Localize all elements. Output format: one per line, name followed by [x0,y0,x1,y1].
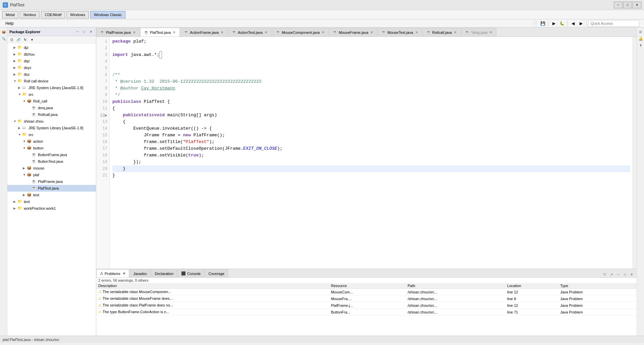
tree-item-dlzhou[interactable]: ▶ 📁 dlzhou [7,51,96,58]
bottom-panel-collapse[interactable]: ─ [615,271,621,277]
tab-icon-mousetest: ☕ [381,30,386,34]
tree-item-plaftest[interactable]: ☕ PlafTest.java [7,185,96,192]
code-editor[interactable]: 1 2 3 4 5 6 7 8 9 10 11 12▶ 13 14 15 16 [96,37,637,269]
tab-plaftest[interactable]: ☕ PlafTest.java ✕ [140,28,180,37]
maximize-button[interactable]: □ [623,2,632,8]
bottom-tab-declaration[interactable]: Declaration [151,269,177,277]
tree-item-shisan[interactable]: ▼ 📁 shisan zhou [7,118,96,125]
bottom-tabs: ⚠ Problems ✕ Javadoc Declaration ⬛ Conso… [96,269,637,278]
tab-mouseframe[interactable]: ☕ MouseFrame.java ✕ [329,28,377,37]
tree-item-src-shisan[interactable]: ▼ 📁 src [7,131,96,138]
tab-close-plaftest[interactable]: ✕ [172,30,176,34]
tab-close-rollcall[interactable]: ✕ [453,30,457,34]
tree-item-dsz[interactable]: ▶ 📁 dsz [7,71,96,78]
folder-icon-djz: 📁 [17,45,23,50]
tab-mousetest[interactable]: ☕ MouseTest.java ✕ [378,28,422,37]
panel-minimize[interactable]: ─ [74,29,80,35]
tree-item-buttonframe[interactable]: ☕ ButtonFrame.java [7,151,96,158]
tree-item-test[interactable]: ▶ 📁 test [7,198,96,205]
panel-close[interactable]: ✕ [88,29,94,35]
tab-dmq[interactable]: ☕ *dmq.java ✕ [461,28,496,37]
problem-row-4[interactable]: ⚠ The type ButtonFrame.ColorAction is n.… [96,309,637,316]
bottom-tab-javadoc[interactable]: Javadoc [129,269,151,277]
tab-close-mouseframe[interactable]: ✕ [370,30,374,34]
tree-item-pkg-action[interactable]: ▼ 📦 action [7,138,96,145]
tree-item-plafframe[interactable]: ☕ PlafFrame.java [7,178,96,185]
panel-maximize[interactable]: □ [81,29,87,35]
tab-close-actionframe[interactable]: ✕ [220,30,224,34]
bottom-tab-problems[interactable]: ⚠ Problems ✕ [96,269,129,277]
problem-type-4: Java Problem [558,309,637,316]
problem-path-1: /shisan zhou/src... [406,289,505,295]
tree-item-pkg-rollcall[interactable]: ▼ 📦 Roll_call [7,98,96,105]
side-icon-right-2[interactable]: 🔔 [638,36,644,42]
package-icon-plaf: 📦 [27,172,32,177]
tree-item-rollcalljava[interactable]: ☕ Rollcall.java [7,111,96,118]
problem-row-3[interactable]: ⚠ The serializable class PlafFrame does … [96,302,637,309]
problem-type-1: Java Problem [558,289,637,295]
tree-item-rollcall-device[interactable]: ▼ 📁 Roll call device [7,78,96,84]
author-link[interactable]: Cay Horstmann [141,86,175,91]
editor-vscroll[interactable] [633,37,637,269]
tree-item-pkg-plaf[interactable]: ▼ 📦 plaf [7,171,96,178]
problems-tab-close[interactable]: ✕ [123,272,125,275]
folder-icon-rollcall: 📁 [17,79,23,83]
tab-close-dmq[interactable]: ✕ [489,30,493,34]
tab-close-actiontest[interactable]: ✕ [264,30,268,34]
bottom-tab-coverage[interactable]: Coverage [205,269,228,277]
exp-sync[interactable]: ↻ [22,37,28,43]
bottom-panel-export[interactable]: ↗ [608,271,614,277]
side-icon-right-1[interactable]: ⚙ [638,29,644,35]
problem-row-1[interactable]: ⚠ The serializable class MouseComponen..… [96,289,637,295]
tree-item-workpractice[interactable]: ▶ 📁 workPractice.work1 [7,205,96,212]
tree-item-djz[interactable]: ▶ 📁 djz [7,44,96,51]
tree-item-dsyz[interactable]: ▶ 📁 dsyz [7,64,96,71]
tool-save[interactable]: 💾 [539,20,546,27]
bottom-panel-close[interactable]: ✕ [629,271,635,277]
tree-item-pkg-mouse[interactable]: ▶ 📦 mouse [7,165,96,171]
tool-run[interactable]: ▶ [550,20,557,27]
tab-rollcall[interactable]: ☕ Rollcall.java ✕ [423,28,461,37]
tree-item-pkg-test-shisan[interactable]: ▶ 📦 test [7,192,96,198]
theme-windows-classic[interactable]: Windows Classic [90,11,125,18]
tab-close-mousecomponent[interactable]: ✕ [321,30,325,34]
side-icon-search[interactable]: 🔍 [1,36,7,42]
tree-item-jre-shisan[interactable]: ▶ 🗂 JRE System Library [JavaSE-1.8] [7,125,96,131]
code-text[interactable]: package plaf; import java.awt.*; /** * @… [110,37,633,269]
bottom-panel-filter[interactable]: ▽ [602,271,608,277]
quick-access-input[interactable] [588,20,639,27]
tool-back[interactable]: ◀ [569,20,577,27]
close-button[interactable]: ✕ [633,2,641,8]
problem-row-2[interactable]: ⚠ The serializable class MouseFrame does… [96,295,637,302]
menu-help[interactable]: Help [3,20,16,26]
tab-close-plafframe[interactable]: ✕ [132,30,136,34]
tree-item-jre-rollcall[interactable]: ▶ 🗂 JRE System Library [JavaSE-1.8] [7,84,96,91]
theme-metal[interactable]: Metal [2,11,18,18]
exp-menu[interactable]: ▾ [29,37,35,43]
bottom-content: 2 errors, 56 warnings, 0 others Descript… [96,278,637,336]
theme-nimbus[interactable]: Nimbus [20,11,40,18]
tool-forward[interactable]: ▶ [577,20,585,27]
exp-collapse[interactable]: ⟨⟩ [9,37,15,43]
tree-item-buttontest[interactable]: ☕ ButtonTest.java [7,158,96,165]
bottom-panel-maximize[interactable]: □ [622,271,628,277]
tool-debug[interactable]: 🐛 [558,20,566,27]
tab-plafframe[interactable]: ☕ PlafFrame.java ✕ [96,28,140,37]
theme-windows[interactable]: Windows [66,11,89,18]
tab-actiontest[interactable]: ☕ ActionTest.java ✕ [228,28,272,37]
side-icon-package[interactable]: 📦 [1,29,7,35]
tree-item-pkg-button[interactable]: ▼ 📦 button [7,145,96,151]
theme-cde-motif[interactable]: CDE/Motif [41,11,65,18]
exp-link[interactable]: 🔗 [15,37,21,43]
tab-actionframe[interactable]: ☕ ActionFrame.java ✕ [180,28,228,37]
side-icon-right-3[interactable]: ⬆ [638,42,644,48]
tab-mousecomponent[interactable]: ☕ MouseComponent.java ✕ [272,28,329,37]
tab-close-mousetest[interactable]: ✕ [415,30,419,34]
bottom-tab-console[interactable]: ⬛ Console [177,269,204,277]
tool-new[interactable]: 📄 [531,20,538,27]
tree-item-dmq[interactable]: ☕ dmq.java [7,105,96,111]
tree-item-src-rollcall[interactable]: ▼ 📁 src [7,91,96,98]
minimize-button[interactable]: ─ [614,2,623,8]
folder-icon-workpractice: 📁 [17,206,23,211]
tree-item-dqz[interactable]: ▶ 📁 dqz [7,58,96,64]
